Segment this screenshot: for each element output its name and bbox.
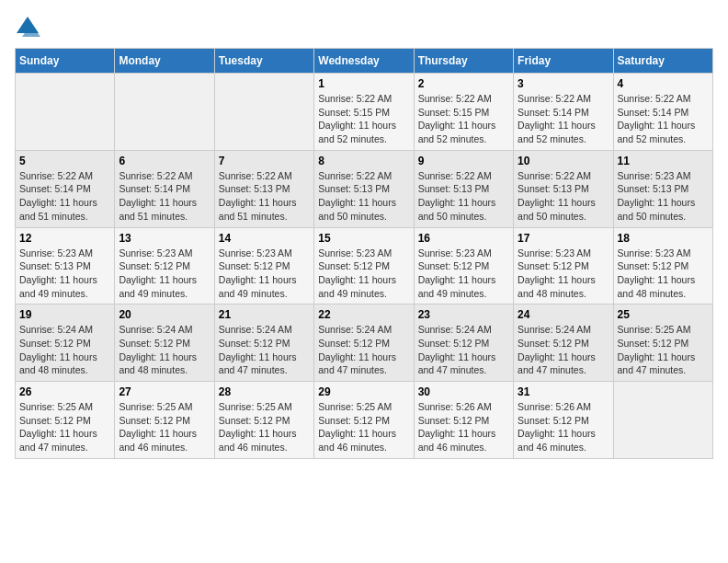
calendar-cell: 31Sunrise: 5:26 AM Sunset: 5:12 PM Dayli… (514, 382, 613, 459)
calendar-cell: 16Sunrise: 5:23 AM Sunset: 5:12 PM Dayli… (414, 227, 513, 304)
calendar-cell: 12Sunrise: 5:23 AM Sunset: 5:13 PM Dayli… (16, 227, 115, 304)
day-info: Sunrise: 5:22 AM Sunset: 5:13 PM Dayligh… (318, 169, 409, 224)
calendar-week-1: 1Sunrise: 5:22 AM Sunset: 5:15 PM Daylig… (16, 74, 713, 151)
calendar-cell: 2Sunrise: 5:22 AM Sunset: 5:15 PM Daylig… (414, 74, 513, 151)
day-number: 6 (119, 155, 210, 167)
calendar-table: SundayMondayTuesdayWednesdayThursdayFrid… (15, 48, 713, 459)
day-number: 20 (119, 308, 210, 321)
day-number: 11 (618, 155, 709, 167)
calendar-week-4: 19Sunrise: 5:24 AM Sunset: 5:12 PM Dayli… (16, 304, 713, 382)
calendar-cell: 24Sunrise: 5:24 AM Sunset: 5:12 PM Dayli… (514, 304, 613, 382)
calendar-cell: 29Sunrise: 5:25 AM Sunset: 5:12 PM Dayli… (314, 382, 414, 459)
calendar-cell: 3Sunrise: 5:22 AM Sunset: 5:14 PM Daylig… (514, 74, 613, 151)
day-number: 14 (219, 232, 310, 245)
calendar-cell: 6Sunrise: 5:22 AM Sunset: 5:14 PM Daylig… (115, 150, 214, 227)
day-number: 26 (19, 385, 110, 398)
calendar-week-2: 5Sunrise: 5:22 AM Sunset: 5:14 PM Daylig… (16, 150, 713, 227)
calendar-cell: 17Sunrise: 5:23 AM Sunset: 5:12 PM Dayli… (514, 227, 613, 304)
header-monday: Monday (115, 49, 214, 74)
day-info: Sunrise: 5:23 AM Sunset: 5:12 PM Dayligh… (318, 247, 409, 301)
day-info: Sunrise: 5:22 AM Sunset: 5:13 PM Dayligh… (518, 169, 609, 224)
calendar-cell: 7Sunrise: 5:22 AM Sunset: 5:13 PM Daylig… (214, 150, 313, 227)
day-info: Sunrise: 5:25 AM Sunset: 5:12 PM Dayligh… (618, 323, 709, 377)
day-info: Sunrise: 5:22 AM Sunset: 5:14 PM Dayligh… (19, 169, 110, 224)
day-number: 2 (418, 77, 509, 90)
day-number: 27 (119, 385, 210, 398)
day-number: 25 (618, 308, 709, 321)
calendar-cell: 22Sunrise: 5:24 AM Sunset: 5:12 PM Dayli… (314, 304, 414, 382)
day-info: Sunrise: 5:22 AM Sunset: 5:13 PM Dayligh… (219, 169, 310, 224)
day-number: 29 (318, 385, 409, 398)
day-number: 4 (618, 77, 709, 90)
day-info: Sunrise: 5:23 AM Sunset: 5:12 PM Dayligh… (618, 247, 709, 301)
day-number: 18 (618, 232, 709, 245)
calendar-cell: 11Sunrise: 5:23 AM Sunset: 5:13 PM Dayli… (613, 150, 712, 227)
day-info: Sunrise: 5:26 AM Sunset: 5:12 PM Dayligh… (518, 400, 609, 454)
calendar-cell: 15Sunrise: 5:23 AM Sunset: 5:12 PM Dayli… (314, 227, 414, 304)
day-info: Sunrise: 5:25 AM Sunset: 5:12 PM Dayligh… (318, 400, 409, 454)
day-number: 3 (518, 77, 609, 90)
day-info: Sunrise: 5:22 AM Sunset: 5:15 PM Dayligh… (418, 92, 509, 146)
day-number: 23 (418, 308, 509, 321)
day-info: Sunrise: 5:22 AM Sunset: 5:15 PM Dayligh… (318, 92, 409, 146)
day-info: Sunrise: 5:24 AM Sunset: 5:12 PM Dayligh… (19, 323, 110, 377)
day-info: Sunrise: 5:24 AM Sunset: 5:12 PM Dayligh… (318, 323, 409, 377)
day-info: Sunrise: 5:22 AM Sunset: 5:13 PM Dayligh… (418, 169, 509, 224)
calendar-cell: 28Sunrise: 5:25 AM Sunset: 5:12 PM Dayli… (214, 382, 313, 459)
day-info: Sunrise: 5:23 AM Sunset: 5:12 PM Dayligh… (418, 247, 509, 301)
calendar-cell (115, 74, 214, 151)
day-info: Sunrise: 5:23 AM Sunset: 5:12 PM Dayligh… (518, 247, 609, 301)
day-number: 30 (418, 385, 509, 398)
day-info: Sunrise: 5:26 AM Sunset: 5:12 PM Dayligh… (418, 400, 509, 454)
calendar-cell: 8Sunrise: 5:22 AM Sunset: 5:13 PM Daylig… (314, 150, 414, 227)
calendar-cell: 18Sunrise: 5:23 AM Sunset: 5:12 PM Dayli… (613, 227, 712, 304)
calendar-cell: 19Sunrise: 5:24 AM Sunset: 5:12 PM Dayli… (16, 304, 115, 382)
day-number: 21 (219, 308, 310, 321)
header-sunday: Sunday (16, 49, 115, 74)
calendar-cell: 14Sunrise: 5:23 AM Sunset: 5:12 PM Dayli… (214, 227, 313, 304)
calendar-cell: 5Sunrise: 5:22 AM Sunset: 5:14 PM Daylig… (16, 150, 115, 227)
day-info: Sunrise: 5:23 AM Sunset: 5:13 PM Dayligh… (19, 247, 110, 301)
day-info: Sunrise: 5:24 AM Sunset: 5:12 PM Dayligh… (119, 323, 210, 377)
day-number: 13 (119, 232, 210, 245)
day-number: 10 (518, 155, 609, 167)
logo (15, 15, 44, 40)
day-number: 5 (19, 155, 110, 167)
day-info: Sunrise: 5:23 AM Sunset: 5:13 PM Dayligh… (618, 169, 709, 224)
calendar-cell: 9Sunrise: 5:22 AM Sunset: 5:13 PM Daylig… (414, 150, 513, 227)
days-header-row: SundayMondayTuesdayWednesdayThursdayFrid… (16, 49, 713, 74)
day-number: 31 (518, 385, 609, 398)
day-info: Sunrise: 5:24 AM Sunset: 5:12 PM Dayligh… (518, 323, 609, 377)
day-number: 22 (318, 308, 409, 321)
calendar-cell: 30Sunrise: 5:26 AM Sunset: 5:12 PM Dayli… (414, 382, 513, 459)
calendar-cell (16, 74, 115, 151)
calendar-cell: 4Sunrise: 5:22 AM Sunset: 5:14 PM Daylig… (613, 74, 712, 151)
day-number: 15 (318, 232, 409, 245)
day-info: Sunrise: 5:24 AM Sunset: 5:12 PM Dayligh… (418, 323, 509, 377)
calendar-cell: 21Sunrise: 5:24 AM Sunset: 5:12 PM Dayli… (214, 304, 313, 382)
day-number: 9 (418, 155, 509, 167)
day-info: Sunrise: 5:25 AM Sunset: 5:12 PM Dayligh… (19, 400, 110, 454)
day-info: Sunrise: 5:24 AM Sunset: 5:12 PM Dayligh… (219, 323, 310, 377)
day-info: Sunrise: 5:22 AM Sunset: 5:14 PM Dayligh… (618, 92, 709, 146)
header-tuesday: Tuesday (214, 49, 313, 74)
calendar-cell: 13Sunrise: 5:23 AM Sunset: 5:12 PM Dayli… (115, 227, 214, 304)
day-number: 17 (518, 232, 609, 245)
day-number: 28 (219, 385, 310, 398)
day-number: 8 (318, 155, 409, 167)
day-number: 19 (19, 308, 110, 321)
day-number: 7 (219, 155, 310, 167)
header-saturday: Saturday (613, 49, 712, 74)
day-number: 24 (518, 308, 609, 321)
calendar-cell: 1Sunrise: 5:22 AM Sunset: 5:15 PM Daylig… (314, 74, 414, 151)
day-number: 1 (318, 77, 409, 90)
day-number: 12 (19, 232, 110, 245)
calendar-cell (214, 74, 313, 151)
day-info: Sunrise: 5:23 AM Sunset: 5:12 PM Dayligh… (119, 247, 210, 301)
calendar-cell: 27Sunrise: 5:25 AM Sunset: 5:12 PM Dayli… (115, 382, 214, 459)
calendar-cell (613, 382, 712, 459)
page-header (15, 15, 713, 40)
day-info: Sunrise: 5:25 AM Sunset: 5:12 PM Dayligh… (119, 400, 210, 454)
day-info: Sunrise: 5:22 AM Sunset: 5:14 PM Dayligh… (119, 169, 210, 224)
header-wednesday: Wednesday (314, 49, 414, 74)
